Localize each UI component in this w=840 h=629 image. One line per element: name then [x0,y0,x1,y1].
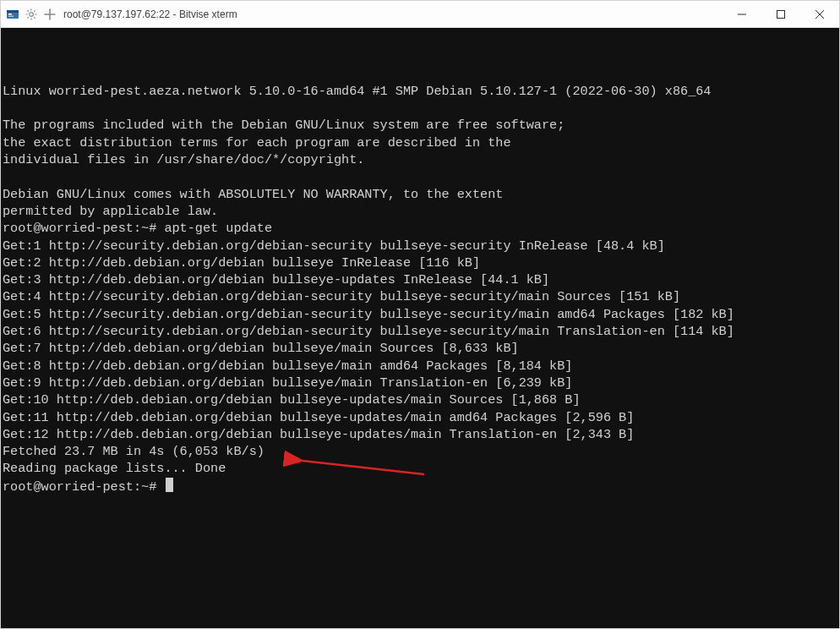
terminal-line: individual files in /usr/share/doc/*/cop… [3,151,834,168]
svg-point-4 [30,12,34,16]
terminal-line: root@worried-pest:~# apt-get update [3,220,834,237]
terminal-line: Get:10 http://deb.debian.org/debian bull… [3,391,834,408]
title-bar[interactable]: root@79.137.197.62:22 - Bitvise xterm [1,1,839,28]
terminal-line [3,100,834,117]
maximize-button[interactable] [761,1,800,28]
app-icon [6,8,19,21]
terminal-line: Get:6 http://security.debian.org/debian-… [3,323,834,340]
terminal-line [3,168,834,185]
terminal-line: Get:3 http://deb.debian.org/debian bulls… [3,271,834,288]
terminal-line: Fetched 23.7 MB in 4s (6,053 kB/s) [3,443,834,460]
terminal-line: The programs included with the Debian GN… [3,117,834,134]
svg-rect-1 [7,10,19,13]
window-controls [723,1,839,28]
gear-icon[interactable] [25,8,38,21]
terminal-line: the exact distribution terms for each pr… [3,134,834,151]
terminal-line: Get:8 http://deb.debian.org/debian bulls… [3,358,834,375]
close-button[interactable] [800,1,839,28]
terminal-line: Get:9 http://deb.debian.org/debian bulls… [3,375,834,391]
plus-icon[interactable] [43,8,57,21]
terminal-line: Get:4 http://security.debian.org/debian-… [3,288,834,305]
terminal-line: Get:1 http://security.debian.org/debian-… [3,238,834,254]
terminal-line: Get:2 http://deb.debian.org/debian bulls… [3,254,834,271]
terminal-line: Get:11 http://deb.debian.org/debian bull… [3,409,834,426]
minimize-button[interactable] [723,1,761,28]
application-window: root@79.137.197.62:22 - Bitvise xterm Li… [0,0,840,629]
svg-rect-3 [8,15,14,17]
terminal-line: Get:7 http://deb.debian.org/debian bulls… [3,340,834,357]
terminal-line: Get:12 http://deb.debian.org/debian bull… [3,426,834,443]
terminal-prompt[interactable]: root@worried-pest:~# [3,478,834,495]
terminal-line: Debian GNU/Linux comes with ABSOLUTELY N… [3,186,834,203]
svg-rect-2 [8,14,12,15]
titlebar-icon-group [6,8,57,21]
window-title: root@79.137.197.62:22 - Bitvise xterm [63,8,237,20]
terminal-line: permitted by applicable law. [3,203,834,220]
terminal-line: Reading package lists... Done [3,460,834,477]
cursor [166,478,173,492]
terminal-line: Linux worried-pest.aeza.network 5.10.0-1… [3,83,834,100]
terminal-pane[interactable]: Linux worried-pest.aeza.network 5.10.0-1… [1,28,839,628]
terminal-line: Get:5 http://security.debian.org/debian-… [3,306,834,323]
svg-rect-5 [777,10,785,18]
